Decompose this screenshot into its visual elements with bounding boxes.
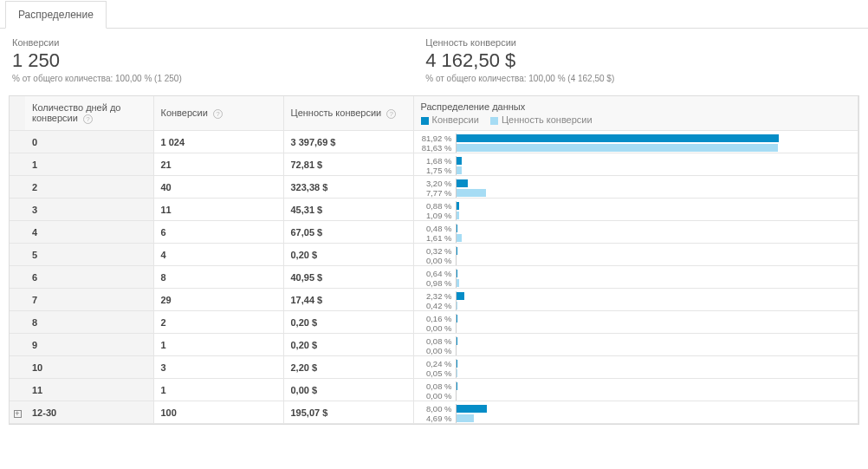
bar-label-value: 0,00 % (421, 346, 456, 355)
tab-bar: Распределение (0, 0, 868, 29)
cell-days: 8 (25, 311, 153, 334)
col-header-value[interactable]: Ценность конверсии ? (283, 96, 413, 131)
bar-conversions (456, 337, 458, 345)
bar-row-value: 0,00 % (421, 256, 852, 265)
legend-swatch-value (490, 117, 498, 125)
cell-distribution: 0,48 %1,61 % (413, 221, 858, 244)
cell-value: 72,81 $ (283, 153, 413, 176)
bar-row-conversions: 0,48 % (421, 224, 852, 233)
bar-conversions (456, 225, 458, 232)
bar-conversions (456, 247, 458, 255)
bar-conversions (456, 134, 780, 142)
distribution-legend: Конверсии Ценность конверсии (421, 114, 852, 125)
cell-conversions: 6 (153, 221, 283, 244)
bar-conversions (456, 270, 458, 277)
bar-label-conversions: 0,48 % (421, 224, 456, 233)
bar-row-conversions: 0,32 % (421, 246, 852, 256)
summary-conversions-label: Конверсии (12, 37, 425, 48)
bar-conversions (456, 179, 469, 187)
summary-value-label: Ценность конверсии (425, 37, 839, 48)
cell-value: 2,20 $ (283, 356, 413, 379)
cell-conversions: 8 (153, 266, 283, 289)
table-row: 72917,44 $2,32 %0,42 % (10, 289, 858, 311)
cell-distribution: 0,08 %0,00 % (413, 334, 858, 356)
bar-row-conversions: 3,20 % (421, 179, 852, 188)
cell-days: 2 (25, 176, 153, 199)
expand-cell (10, 221, 25, 244)
expand-cell (10, 334, 25, 356)
expand-cell (10, 131, 25, 153)
cell-days: 3 (25, 199, 153, 221)
cell-value: 195,07 $ (283, 401, 413, 424)
table-row: 910,20 $0,08 %0,00 % (10, 334, 858, 356)
expand-cell (10, 289, 25, 311)
bar-row-conversions: 0,24 % (421, 359, 852, 368)
expand-cell (10, 379, 25, 401)
cell-distribution: 0,32 %0,00 % (413, 244, 858, 266)
bar-row-value: 1,61 % (421, 233, 852, 243)
col-header-conversions-text: Конверсии (161, 107, 208, 118)
expand-cell (10, 244, 25, 266)
bar-value (456, 234, 462, 242)
summary-value: Ценность конверсии 4 162,50 $ % от общег… (425, 37, 839, 83)
help-icon[interactable]: ? (213, 109, 223, 119)
bar-value (456, 414, 474, 422)
bar-row-conversions: 0,16 % (421, 314, 852, 323)
bar-conversions (456, 292, 465, 300)
cell-value: 323,38 $ (283, 176, 413, 199)
expand-cell[interactable]: + (10, 401, 25, 424)
cell-value: 0,20 $ (283, 244, 413, 266)
col-header-days[interactable]: Количество дней до конверсии ? (25, 96, 153, 131)
cell-conversions: 1 (153, 334, 283, 356)
cell-conversions: 3 (153, 356, 283, 379)
cell-distribution: 0,16 %0,00 % (413, 311, 858, 334)
table-row: +12-30100195,07 $8,00 %4,69 % (10, 401, 858, 424)
expand-cell (10, 176, 25, 199)
bar-value (456, 212, 460, 219)
bar-label-conversions: 3,20 % (421, 179, 456, 188)
cell-days: 0 (25, 131, 153, 153)
cell-days: 9 (25, 334, 153, 356)
bar-row-conversions: 0,88 % (421, 201, 852, 211)
data-table: Количество дней до конверсии ? Конверсии… (9, 95, 859, 425)
cell-distribution: 81,92 %81,63 % (413, 131, 858, 153)
bar-row-conversions: 81,92 % (421, 134, 852, 143)
bar-label-value: 7,77 % (421, 188, 456, 198)
tab-distribution[interactable]: Распределение (5, 1, 107, 29)
bar-label-value: 1,75 % (421, 166, 456, 175)
expand-cell (10, 199, 25, 221)
bar-label-conversions: 2,32 % (421, 291, 456, 301)
bar-row-value: 0,42 % (421, 301, 852, 310)
legend-label-conversions: Конверсии (432, 114, 479, 125)
bar-label-conversions: 0,64 % (421, 269, 456, 278)
cell-value: 17,44 $ (283, 289, 413, 311)
bar-value (456, 166, 463, 174)
cell-value: 0,20 $ (283, 311, 413, 334)
plus-icon[interactable]: + (14, 410, 22, 418)
bar-label-value: 0,98 % (421, 278, 456, 288)
summary-value-value: 4 162,50 $ (425, 49, 839, 72)
cell-conversions: 2 (153, 311, 283, 334)
table-row: 1110,00 $0,08 %0,00 % (10, 379, 858, 401)
col-header-conversions[interactable]: Конверсии ? (153, 96, 283, 131)
cell-days: 11 (25, 379, 153, 401)
bar-label-value: 0,00 % (421, 323, 456, 333)
table-row: 540,20 $0,32 %0,00 % (10, 244, 858, 266)
bar-row-value: 0,05 % (421, 368, 852, 378)
bar-label-conversions: 0,88 % (421, 201, 456, 211)
summary-row: Конверсии 1 250 % от общего количества: … (0, 29, 868, 90)
bar-row-conversions: 1,68 % (421, 156, 852, 166)
summary-conversions-value: 1 250 (12, 49, 425, 72)
cell-days: 4 (25, 221, 153, 244)
bar-row-value: 1,09 % (421, 211, 852, 220)
col-header-distribution: Распределение данных Конверсии Ценность … (413, 96, 858, 131)
cell-value: 67,05 $ (283, 221, 413, 244)
table-row: 31145,31 $0,88 %1,09 % (10, 199, 858, 221)
bar-conversions (456, 315, 458, 322)
bar-label-conversions: 1,68 % (421, 156, 456, 166)
bar-conversions (456, 360, 458, 368)
col-header-value-text: Ценность конверсии (291, 107, 382, 118)
help-icon[interactable]: ? (83, 114, 93, 124)
help-icon[interactable]: ? (386, 109, 396, 119)
cell-conversions: 11 (153, 199, 283, 221)
